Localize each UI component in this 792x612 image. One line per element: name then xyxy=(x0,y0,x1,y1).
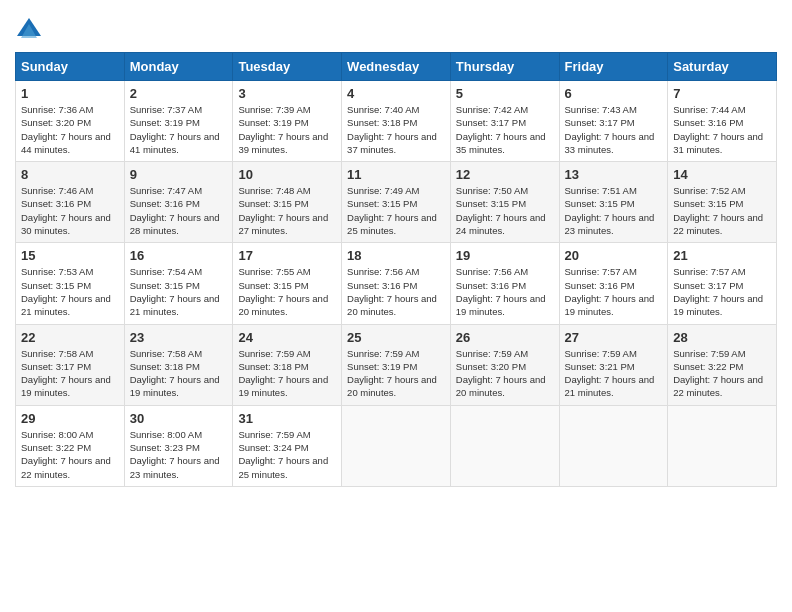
day-number: 15 xyxy=(21,248,119,263)
header xyxy=(15,10,777,44)
day-detail: Sunrise: 7:56 AMSunset: 3:16 PMDaylight:… xyxy=(347,266,437,317)
calendar-cell xyxy=(559,405,668,486)
day-detail: Sunrise: 7:46 AMSunset: 3:16 PMDaylight:… xyxy=(21,185,111,236)
day-detail: Sunrise: 7:56 AMSunset: 3:16 PMDaylight:… xyxy=(456,266,546,317)
day-number: 14 xyxy=(673,167,771,182)
day-number: 29 xyxy=(21,411,119,426)
calendar-cell: 26 Sunrise: 7:59 AMSunset: 3:20 PMDaylig… xyxy=(450,324,559,405)
day-header-wednesday: Wednesday xyxy=(342,53,451,81)
calendar-cell xyxy=(450,405,559,486)
day-number: 30 xyxy=(130,411,228,426)
day-number: 13 xyxy=(565,167,663,182)
day-number: 5 xyxy=(456,86,554,101)
calendar-cell: 20 Sunrise: 7:57 AMSunset: 3:16 PMDaylig… xyxy=(559,243,668,324)
day-detail: Sunrise: 7:58 AMSunset: 3:18 PMDaylight:… xyxy=(130,348,220,399)
day-detail: Sunrise: 8:00 AMSunset: 3:22 PMDaylight:… xyxy=(21,429,111,480)
day-detail: Sunrise: 7:37 AMSunset: 3:19 PMDaylight:… xyxy=(130,104,220,155)
day-detail: Sunrise: 7:40 AMSunset: 3:18 PMDaylight:… xyxy=(347,104,437,155)
calendar-cell: 10 Sunrise: 7:48 AMSunset: 3:15 PMDaylig… xyxy=(233,162,342,243)
calendar-cell: 18 Sunrise: 7:56 AMSunset: 3:16 PMDaylig… xyxy=(342,243,451,324)
calendar-cell: 4 Sunrise: 7:40 AMSunset: 3:18 PMDayligh… xyxy=(342,81,451,162)
calendar-cell: 31 Sunrise: 7:59 AMSunset: 3:24 PMDaylig… xyxy=(233,405,342,486)
day-detail: Sunrise: 7:59 AMSunset: 3:20 PMDaylight:… xyxy=(456,348,546,399)
day-detail: Sunrise: 7:59 AMSunset: 3:18 PMDaylight:… xyxy=(238,348,328,399)
calendar-header-row: SundayMondayTuesdayWednesdayThursdayFrid… xyxy=(16,53,777,81)
day-number: 27 xyxy=(565,330,663,345)
day-detail: Sunrise: 7:57 AMSunset: 3:17 PMDaylight:… xyxy=(673,266,763,317)
calendar-cell: 22 Sunrise: 7:58 AMSunset: 3:17 PMDaylig… xyxy=(16,324,125,405)
calendar-cell: 30 Sunrise: 8:00 AMSunset: 3:23 PMDaylig… xyxy=(124,405,233,486)
calendar-cell: 11 Sunrise: 7:49 AMSunset: 3:15 PMDaylig… xyxy=(342,162,451,243)
day-header-thursday: Thursday xyxy=(450,53,559,81)
day-detail: Sunrise: 7:54 AMSunset: 3:15 PMDaylight:… xyxy=(130,266,220,317)
calendar-cell: 27 Sunrise: 7:59 AMSunset: 3:21 PMDaylig… xyxy=(559,324,668,405)
day-number: 28 xyxy=(673,330,771,345)
day-detail: Sunrise: 7:59 AMSunset: 3:22 PMDaylight:… xyxy=(673,348,763,399)
calendar-cell: 15 Sunrise: 7:53 AMSunset: 3:15 PMDaylig… xyxy=(16,243,125,324)
day-detail: Sunrise: 7:57 AMSunset: 3:16 PMDaylight:… xyxy=(565,266,655,317)
day-number: 6 xyxy=(565,86,663,101)
day-number: 7 xyxy=(673,86,771,101)
day-number: 18 xyxy=(347,248,445,263)
calendar-cell: 16 Sunrise: 7:54 AMSunset: 3:15 PMDaylig… xyxy=(124,243,233,324)
day-detail: Sunrise: 7:50 AMSunset: 3:15 PMDaylight:… xyxy=(456,185,546,236)
day-detail: Sunrise: 7:42 AMSunset: 3:17 PMDaylight:… xyxy=(456,104,546,155)
day-detail: Sunrise: 7:47 AMSunset: 3:16 PMDaylight:… xyxy=(130,185,220,236)
day-header-saturday: Saturday xyxy=(668,53,777,81)
calendar-cell: 29 Sunrise: 8:00 AMSunset: 3:22 PMDaylig… xyxy=(16,405,125,486)
calendar-cell xyxy=(668,405,777,486)
day-header-sunday: Sunday xyxy=(16,53,125,81)
calendar-cell: 12 Sunrise: 7:50 AMSunset: 3:15 PMDaylig… xyxy=(450,162,559,243)
logo xyxy=(15,16,47,44)
logo-icon xyxy=(15,16,43,44)
day-detail: Sunrise: 7:51 AMSunset: 3:15 PMDaylight:… xyxy=(565,185,655,236)
calendar-cell: 2 Sunrise: 7:37 AMSunset: 3:19 PMDayligh… xyxy=(124,81,233,162)
day-number: 25 xyxy=(347,330,445,345)
calendar-cell: 19 Sunrise: 7:56 AMSunset: 3:16 PMDaylig… xyxy=(450,243,559,324)
day-number: 24 xyxy=(238,330,336,345)
calendar-cell: 28 Sunrise: 7:59 AMSunset: 3:22 PMDaylig… xyxy=(668,324,777,405)
day-detail: Sunrise: 7:36 AMSunset: 3:20 PMDaylight:… xyxy=(21,104,111,155)
day-detail: Sunrise: 7:43 AMSunset: 3:17 PMDaylight:… xyxy=(565,104,655,155)
calendar-cell: 8 Sunrise: 7:46 AMSunset: 3:16 PMDayligh… xyxy=(16,162,125,243)
calendar-cell: 23 Sunrise: 7:58 AMSunset: 3:18 PMDaylig… xyxy=(124,324,233,405)
day-number: 1 xyxy=(21,86,119,101)
day-number: 2 xyxy=(130,86,228,101)
day-number: 8 xyxy=(21,167,119,182)
day-header-monday: Monday xyxy=(124,53,233,81)
day-number: 19 xyxy=(456,248,554,263)
day-detail: Sunrise: 7:58 AMSunset: 3:17 PMDaylight:… xyxy=(21,348,111,399)
calendar-cell: 7 Sunrise: 7:44 AMSunset: 3:16 PMDayligh… xyxy=(668,81,777,162)
calendar-cell: 5 Sunrise: 7:42 AMSunset: 3:17 PMDayligh… xyxy=(450,81,559,162)
calendar-cell: 14 Sunrise: 7:52 AMSunset: 3:15 PMDaylig… xyxy=(668,162,777,243)
day-detail: Sunrise: 7:53 AMSunset: 3:15 PMDaylight:… xyxy=(21,266,111,317)
day-detail: Sunrise: 7:59 AMSunset: 3:24 PMDaylight:… xyxy=(238,429,328,480)
day-number: 20 xyxy=(565,248,663,263)
calendar-cell: 21 Sunrise: 7:57 AMSunset: 3:17 PMDaylig… xyxy=(668,243,777,324)
day-detail: Sunrise: 7:52 AMSunset: 3:15 PMDaylight:… xyxy=(673,185,763,236)
day-number: 12 xyxy=(456,167,554,182)
day-number: 31 xyxy=(238,411,336,426)
calendar-cell: 17 Sunrise: 7:55 AMSunset: 3:15 PMDaylig… xyxy=(233,243,342,324)
day-number: 9 xyxy=(130,167,228,182)
calendar-week-row: 1 Sunrise: 7:36 AMSunset: 3:20 PMDayligh… xyxy=(16,81,777,162)
calendar-cell: 3 Sunrise: 7:39 AMSunset: 3:19 PMDayligh… xyxy=(233,81,342,162)
calendar-table: SundayMondayTuesdayWednesdayThursdayFrid… xyxy=(15,52,777,487)
calendar-cell: 1 Sunrise: 7:36 AMSunset: 3:20 PMDayligh… xyxy=(16,81,125,162)
calendar-cell xyxy=(342,405,451,486)
day-detail: Sunrise: 8:00 AMSunset: 3:23 PMDaylight:… xyxy=(130,429,220,480)
calendar-cell: 6 Sunrise: 7:43 AMSunset: 3:17 PMDayligh… xyxy=(559,81,668,162)
day-number: 23 xyxy=(130,330,228,345)
day-number: 26 xyxy=(456,330,554,345)
day-number: 3 xyxy=(238,86,336,101)
calendar-week-row: 15 Sunrise: 7:53 AMSunset: 3:15 PMDaylig… xyxy=(16,243,777,324)
calendar-cell: 9 Sunrise: 7:47 AMSunset: 3:16 PMDayligh… xyxy=(124,162,233,243)
day-number: 21 xyxy=(673,248,771,263)
day-detail: Sunrise: 7:39 AMSunset: 3:19 PMDaylight:… xyxy=(238,104,328,155)
day-number: 4 xyxy=(347,86,445,101)
day-number: 17 xyxy=(238,248,336,263)
day-number: 11 xyxy=(347,167,445,182)
day-number: 22 xyxy=(21,330,119,345)
calendar-week-row: 22 Sunrise: 7:58 AMSunset: 3:17 PMDaylig… xyxy=(16,324,777,405)
calendar-cell: 13 Sunrise: 7:51 AMSunset: 3:15 PMDaylig… xyxy=(559,162,668,243)
